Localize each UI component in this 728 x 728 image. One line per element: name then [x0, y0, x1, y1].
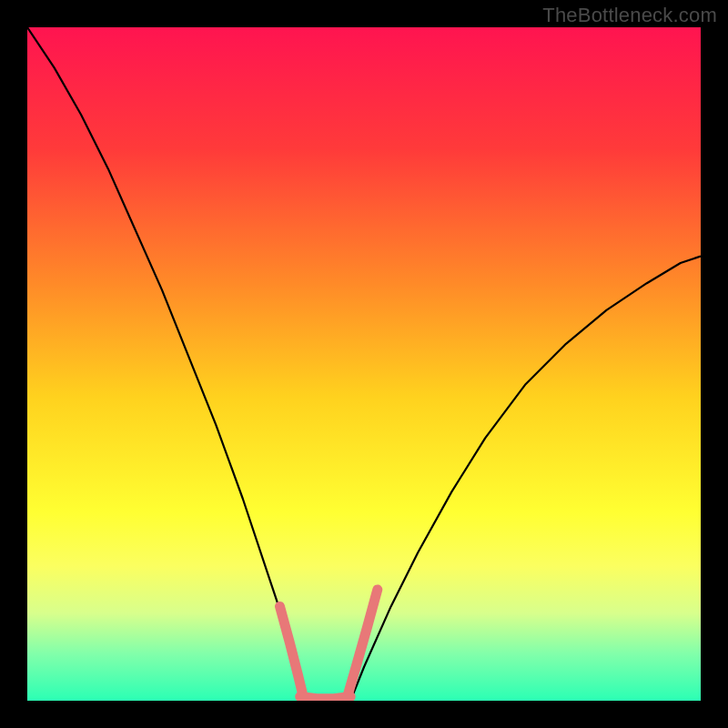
watermark-text: TheBottleneck.com — [542, 4, 717, 27]
chart-plot-area — [27, 27, 701, 701]
chart-svg — [27, 27, 701, 701]
chart-frame: TheBottleneck.com — [0, 0, 728, 728]
chart-background — [27, 27, 701, 701]
